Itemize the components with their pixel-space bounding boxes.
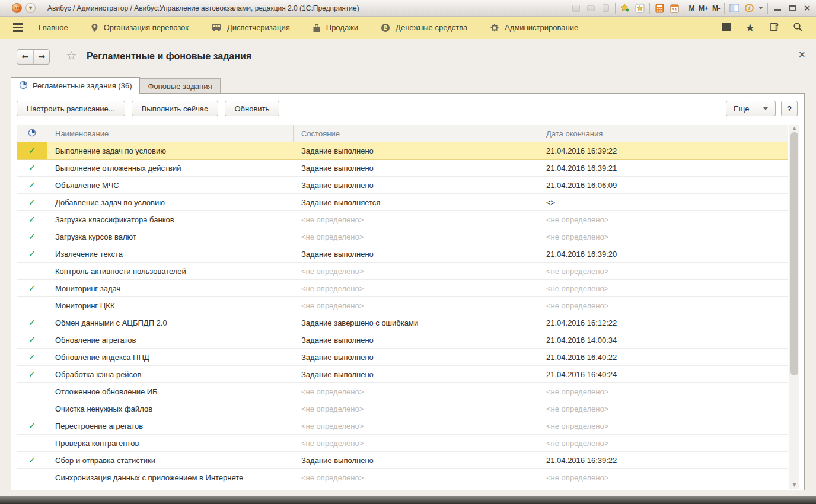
jobs-table: Наименование Состояние Дата окончания ✓ … bbox=[17, 125, 788, 486]
add-favorite-icon[interactable] bbox=[620, 3, 630, 14]
section-transport-organization[interactable]: Организация перевозок bbox=[91, 23, 189, 33]
more-button[interactable]: Еще bbox=[726, 101, 776, 116]
chevron-down-icon bbox=[763, 107, 768, 110]
run-now-button[interactable]: Выполнить сейчас bbox=[132, 101, 218, 116]
row-state: Задание завершено с ошибками bbox=[294, 314, 538, 331]
setup-schedule-button[interactable]: Настроить расписание... bbox=[17, 101, 125, 116]
row-date: <не определено> bbox=[538, 228, 788, 245]
header-date-column[interactable]: Дата окончания bbox=[538, 125, 788, 142]
table-row[interactable]: Мониторинг ЦКК <не определено> <не опред… bbox=[17, 297, 788, 314]
table-row[interactable]: ✓ Обновление агрегатов Задание выполнено… bbox=[17, 331, 788, 349]
table-row[interactable]: ✓ Выполнение задач по условию Задание вы… bbox=[17, 142, 788, 160]
app-logo-icon: 1С bbox=[12, 3, 22, 13]
tab-background-jobs[interactable]: Фоновые задания bbox=[140, 78, 220, 94]
table-body: ✓ Выполнение задач по условию Задание вы… bbox=[17, 142, 788, 486]
help-button[interactable]: ? bbox=[781, 101, 798, 116]
table-row[interactable]: ✓ Загрузка классификатора банков <не опр… bbox=[17, 211, 788, 228]
row-name: Объявление МЧС bbox=[47, 177, 294, 193]
close-form-button[interactable]: × bbox=[798, 49, 806, 60]
table-row[interactable]: Очистка ненужных файлов <не определено> … bbox=[17, 400, 788, 417]
table-row[interactable]: Отложенное обновление ИБ <не определено>… bbox=[17, 383, 788, 400]
table-row[interactable]: ✓ Добавление задач по условию Задание вы… bbox=[17, 194, 788, 211]
row-name: Загрузка классификатора банков bbox=[47, 211, 294, 228]
shopping-bag-icon bbox=[313, 23, 321, 33]
section-sales[interactable]: Продажи bbox=[313, 23, 358, 33]
header-name-column[interactable]: Наименование bbox=[47, 125, 294, 142]
row-state: Задание выполнено bbox=[294, 349, 538, 365]
header-state-column[interactable]: Состояние bbox=[294, 125, 538, 142]
row-check-icon: ✓ bbox=[17, 228, 47, 245]
header-status-column[interactable] bbox=[17, 125, 47, 142]
row-check-icon: ✓ bbox=[17, 349, 47, 365]
status-clock-icon bbox=[28, 129, 36, 139]
location-pin-icon bbox=[91, 23, 98, 33]
info-dropdown-icon[interactable] bbox=[758, 7, 763, 9]
row-state: <не определено> bbox=[294, 469, 538, 486]
calculator-icon[interactable] bbox=[654, 3, 665, 14]
row-date: 21.04.2016 16:06:09 bbox=[538, 177, 788, 193]
favorite-toggle-icon[interactable]: ☆ bbox=[66, 49, 77, 63]
table-row[interactable]: ✓ Сбор и отправка статистики Задание вып… bbox=[17, 452, 788, 469]
main-menu-icon[interactable] bbox=[13, 21, 23, 34]
refresh-button[interactable]: Обновить bbox=[225, 101, 280, 116]
memory-plus-button[interactable]: M+ bbox=[699, 4, 708, 12]
scroll-up-icon[interactable]: ▲ bbox=[789, 125, 799, 133]
sections-panel: Главное Организация перевозок Диспетчери… bbox=[0, 17, 816, 39]
row-state: Задание выполнено bbox=[294, 245, 538, 262]
favorites-star-icon[interactable]: ★ bbox=[745, 21, 755, 34]
table-row[interactable]: Синхронизация данных с приложением в Инт… bbox=[17, 469, 788, 486]
table-row[interactable]: ✓ Мониторинг задач <не определено> <не о… bbox=[17, 280, 788, 297]
row-check-icon bbox=[17, 297, 47, 314]
page-header: ← → ☆ Регламентные и фоновые задания × bbox=[0, 39, 816, 74]
memory-minus-button[interactable]: M- bbox=[712, 4, 720, 12]
row-state: <не определено> bbox=[294, 417, 538, 434]
print-preview-icon[interactable] bbox=[600, 3, 611, 14]
search-icon[interactable] bbox=[793, 22, 803, 34]
table-row[interactable]: ✓ Загрузка курсов валют <не определено> … bbox=[17, 228, 788, 245]
save-icon[interactable] bbox=[570, 3, 581, 14]
table-row[interactable]: ✓ Обмен данными с АЦБПДП 2.0 Задание зав… bbox=[17, 314, 788, 331]
table-row[interactable]: Проверка контрагентов <не определено> <н… bbox=[17, 435, 788, 452]
forward-button[interactable]: → bbox=[33, 50, 49, 64]
tab-scheduled-jobs[interactable]: Регламентные задания (36) bbox=[11, 77, 140, 94]
row-date: 21.04.2016 16:39:21 bbox=[538, 160, 788, 176]
row-check-icon bbox=[17, 263, 47, 279]
section-dispatching[interactable]: Диспетчеризация bbox=[211, 23, 290, 32]
table-row[interactable]: ✓ Обработка кэша рейсов Задание выполнен… bbox=[17, 366, 788, 383]
table-row[interactable]: ✓ Выполнение отложенных действий Задание… bbox=[17, 160, 788, 177]
row-date: <не определено> bbox=[538, 469, 788, 486]
row-name: Добавление задач по условию bbox=[47, 194, 294, 210]
history-icon[interactable] bbox=[769, 22, 779, 34]
calendar-icon[interactable]: 31 bbox=[669, 3, 680, 14]
scroll-down-icon[interactable]: ▼ bbox=[789, 481, 799, 489]
table-row[interactable]: ✓ Извлечение текста Задание выполнено 21… bbox=[17, 245, 788, 263]
row-name: Синхронизация данных с приложением в Инт… bbox=[47, 469, 294, 486]
section-administration[interactable]: Администрирование bbox=[490, 23, 578, 33]
row-name: Выполнение отложенных действий bbox=[47, 160, 294, 176]
back-button[interactable]: ← bbox=[17, 50, 33, 64]
row-date: <не определено> bbox=[538, 383, 788, 400]
apps-grid-icon[interactable] bbox=[722, 22, 731, 33]
row-check-icon bbox=[17, 469, 47, 486]
minimize-button[interactable] bbox=[772, 3, 783, 14]
row-check-icon bbox=[17, 435, 47, 451]
memory-button[interactable]: M bbox=[689, 4, 694, 12]
favorites-icon[interactable] bbox=[635, 3, 645, 14]
row-name: Контроль активности пользователей bbox=[47, 263, 294, 279]
row-name: Обмен данными с АЦБПДП 2.0 bbox=[47, 314, 294, 331]
close-window-button[interactable]: ✕ bbox=[802, 3, 812, 14]
section-main[interactable]: Главное bbox=[39, 23, 68, 32]
window-frame-line bbox=[7, 39, 7, 497]
info-icon[interactable]: i bbox=[744, 3, 754, 14]
row-name: Отложенное обновление ИБ bbox=[47, 383, 294, 400]
system-menu-button[interactable]: ▼ bbox=[26, 3, 36, 13]
split-window-icon[interactable] bbox=[729, 3, 740, 14]
scrollbar-thumb[interactable] bbox=[791, 132, 798, 375]
maximize-button[interactable] bbox=[787, 3, 798, 14]
table-row[interactable]: ✓ Обновление индекса ППД Задание выполне… bbox=[17, 349, 788, 366]
table-row[interactable]: ✓ Перестроение агрегатов <не определено>… bbox=[17, 417, 788, 435]
print-icon[interactable] bbox=[585, 3, 596, 14]
section-money[interactable]: ₽ Денежные средства bbox=[381, 23, 467, 33]
table-row[interactable]: Контроль активности пользователей <не оп… bbox=[17, 263, 788, 280]
table-row[interactable]: ✓ Объявление МЧС Задание выполнено 21.04… bbox=[17, 177, 788, 194]
